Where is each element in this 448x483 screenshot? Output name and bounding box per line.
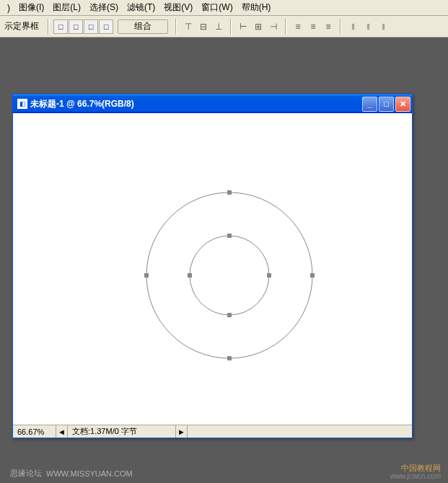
align-vcenter-icon[interactable]: ⊟: [196, 19, 211, 34]
dist-bottom-icon[interactable]: ≡: [321, 19, 335, 34]
align-top-icon[interactable]: ⊤: [181, 19, 196, 34]
menu-window[interactable]: 窗口(W): [197, 0, 237, 15]
nav-left-button[interactable]: ◄: [56, 425, 68, 438]
pathop-group: ◻ ◻ ◻ ◻: [53, 19, 113, 34]
dist-top-icon[interactable]: ≡: [291, 19, 305, 34]
menu-layer[interactable]: 图层(L): [48, 0, 85, 15]
doc-size-info: 文档:1.37M/0 字节: [68, 425, 176, 438]
combine-button[interactable]: 组合: [118, 19, 168, 34]
minimize-button[interactable]: _: [362, 97, 377, 112]
separator: [175, 19, 177, 35]
dist-hcenter-icon[interactable]: ⦀: [361, 19, 375, 34]
align-right-icon[interactable]: ⊣: [266, 19, 281, 34]
window-controls: _ □ ✕: [362, 97, 410, 112]
svg-rect-2: [227, 190, 232, 195]
maximize-button[interactable]: □: [379, 97, 394, 112]
watermark-url-right: www.jcwcn.com: [390, 472, 441, 480]
align-bottom-icon[interactable]: ⊥: [211, 19, 226, 34]
dist-left-icon[interactable]: ⦀: [346, 19, 360, 34]
svg-rect-3: [227, 356, 232, 360]
menu-view[interactable]: 视图(V): [159, 0, 197, 15]
statusbar: 66.67% ◄ 文档:1.37M/0 字节 ►: [13, 425, 412, 438]
zoom-level[interactable]: 66.67%: [13, 425, 56, 438]
watermark-left: 思缘论坛 WWW.MISSYUAN.COM: [10, 468, 133, 479]
align-group-2: ⊢ ⊞ ⊣: [236, 19, 281, 34]
canvas[interactable]: [13, 113, 412, 425]
separator: [340, 19, 341, 35]
watermark-forum: 思缘论坛: [10, 468, 42, 479]
pathop-intersect-icon[interactable]: ◻: [84, 19, 98, 34]
options-bar: 示定界框 ◻ ◻ ◻ ◻ 组合 ⊤ ⊟ ⊥ ⊢ ⊞ ⊣ ≡ ≡ ≡ ⦀ ⦀ ⦀: [0, 16, 448, 37]
close-button[interactable]: ✕: [395, 97, 410, 112]
align-left-icon[interactable]: ⊢: [236, 19, 250, 34]
separator: [285, 19, 286, 35]
svg-point-0: [146, 192, 312, 358]
dist-right-icon[interactable]: ⦀: [376, 19, 390, 34]
menu-bar: ) 图像(I) 图层(L) 选择(S) 滤镜(T) 视图(V) 窗口(W) 帮助…: [0, 0, 448, 16]
dist-vcenter-icon[interactable]: ≡: [306, 19, 320, 34]
titlebar[interactable]: ◧ 未标题-1 @ 66.7%(RGB/8) _ □ ✕: [13, 94, 412, 113]
shape-path[interactable]: [13, 113, 412, 425]
svg-rect-8: [188, 273, 192, 278]
svg-rect-6: [227, 234, 232, 238]
menu-select[interactable]: 选择(S): [85, 0, 123, 15]
pathop-union-icon[interactable]: ◻: [53, 19, 68, 34]
align-group-1: ⊤ ⊟ ⊥: [181, 19, 226, 34]
pathop-exclude-icon[interactable]: ◻: [99, 19, 113, 34]
svg-rect-5: [310, 273, 315, 278]
document-icon: ◧: [17, 99, 27, 109]
distribute-group-1: ≡ ≡ ≡: [291, 19, 335, 34]
menu-help[interactable]: 帮助(H): [237, 0, 276, 15]
watermark-url-left: WWW.MISSYUAN.COM: [46, 469, 133, 478]
distribute-group-2: ⦀ ⦀ ⦀: [346, 19, 390, 34]
svg-rect-4: [144, 273, 149, 278]
watermark-right: 中国教程网 www.jcwcn.com: [390, 464, 441, 480]
separator: [48, 19, 49, 35]
separator: [230, 19, 232, 35]
menu-filter[interactable]: 滤镜(T): [123, 0, 159, 15]
svg-rect-7: [227, 313, 232, 317]
menu-image[interactable]: 图像(I): [14, 0, 48, 15]
pathop-subtract-icon[interactable]: ◻: [69, 19, 83, 34]
document-title: 未标题-1 @ 66.7%(RGB/8): [30, 98, 362, 110]
document-window: ◧ 未标题-1 @ 66.7%(RGB/8) _ □ ✕ 66.67% ◄ 文档…: [12, 94, 413, 438]
menu-prefix: ): [3, 1, 14, 14]
svg-rect-9: [267, 273, 271, 278]
align-hcenter-icon[interactable]: ⊞: [251, 19, 265, 34]
svg-point-1: [190, 236, 269, 315]
watermark-site: 中国教程网: [390, 464, 441, 472]
nav-right-button[interactable]: ►: [176, 425, 188, 438]
show-bbox-label: 示定界框: [3, 20, 43, 32]
